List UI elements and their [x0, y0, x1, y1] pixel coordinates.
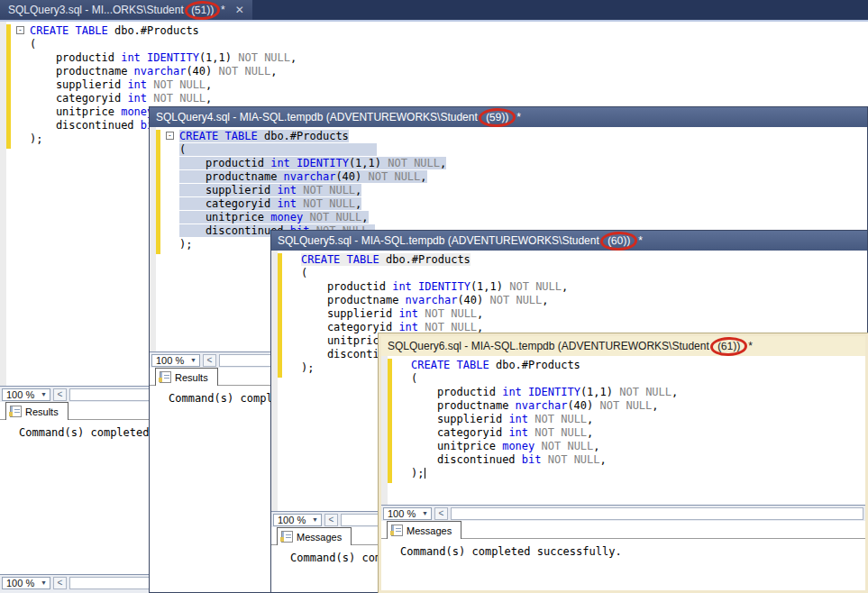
code-line: unitprice money NOT NULL,: [411, 440, 865, 453]
code-line: productid int IDENTITY(1,1) NOT NULL,: [30, 51, 868, 65]
messages-tab[interactable]: Messages: [387, 521, 461, 539]
fold-toggle-icon[interactable]: -: [16, 26, 24, 34]
results-message: Command(s) completed successfully.: [381, 539, 865, 558]
code-line: CREATE TABLE dbo.#Products-: [179, 130, 867, 143]
chevron-down-icon: ▼: [190, 357, 196, 363]
annotation-circle-59: (59)): [478, 107, 516, 127]
document-tab-sqlquery3[interactable]: SQLQuery3.sql - MI...ORKS\Student (51))*…: [0, 0, 252, 20]
dirty-indicator: *: [638, 234, 643, 247]
change-tracking-bar: [6, 24, 11, 149]
chevron-down-icon: ▼: [312, 516, 318, 523]
code-line: productid int IDENTITY(1,1) NOT NULL,: [179, 157, 867, 170]
editor-gutter: [271, 251, 278, 511]
code-line: supplierid int NOT NULL,: [179, 184, 867, 197]
code-line: categoryid int NOT NULL,: [30, 92, 868, 105]
window-titlebar[interactable]: SQLQuery4.sql - MIA-SQL.tempdb (ADVENTUR…: [150, 107, 867, 127]
chevron-down-icon: ▼: [41, 391, 47, 397]
editor-gutter: [381, 356, 388, 505]
annotation-circle-51: (51)): [184, 0, 220, 20]
messages-tab[interactable]: Messages: [277, 527, 352, 545]
chevron-down-icon: ▼: [41, 579, 47, 586]
sql-code: CREATE TABLE dbo.#Products( productid in…: [411, 356, 865, 480]
code-line: supplierid int NOT NULL,: [301, 307, 867, 321]
window-title: SQLQuery6.sql - MIA-SQL.tempdb (ADVENTUR…: [388, 340, 709, 352]
results-pane: Command(s) completed successfully.: [381, 539, 865, 590]
h-scrollbar-left-button[interactable]: <: [53, 388, 67, 401]
annotation-circle-60: (60)): [599, 231, 637, 251]
messages-icon: [281, 531, 293, 543]
code-line: productname nvarchar(40) NOT NULL,: [411, 399, 865, 413]
h-scrollbar-left-button[interactable]: <: [53, 577, 67, 589]
code-line: productid int IDENTITY(1,1) NOT NULL,: [301, 280, 867, 294]
code-line: (: [411, 372, 865, 386]
code-line: categoryid int NOT NULL,: [411, 426, 865, 440]
query-window-sqlquery6: SQLQuery6.sql - MIA-SQL.tempdb (ADVENTUR…: [379, 333, 868, 593]
code-line: );: [411, 467, 865, 480]
zoom-level-dropdown[interactable]: 100 %▼: [151, 354, 200, 367]
code-line: supplierid int NOT NULL,: [411, 413, 865, 426]
editor-statusbar: 100 %▼ <: [381, 505, 865, 521]
code-line: CREATE TABLE dbo.#Products-: [30, 24, 868, 38]
code-line: productname nvarchar(40) NOT NULL,: [179, 170, 867, 184]
results-tab-bar: Messages: [381, 521, 865, 539]
zoom-level-dropdown[interactable]: 100 %▼: [383, 507, 432, 520]
code-line: CREATE TABLE dbo.#Products: [411, 359, 865, 372]
results-grid-icon: [10, 406, 22, 417]
results-grid-icon: [160, 371, 171, 383]
close-icon[interactable]: ✕: [235, 4, 244, 16]
code-line: CREATE TABLE dbo.#Products: [301, 253, 867, 267]
code-line: supplierid int NOT NULL,: [30, 78, 868, 92]
text-caret: [425, 468, 425, 479]
code-line: categoryid int NOT NULL,: [301, 321, 867, 334]
code-line: unitprice money NOT NULL,: [179, 211, 867, 224]
window-titlebar[interactable]: SQLQuery6.sql - MIA-SQL.tempdb (ADVENTUR…: [381, 336, 865, 356]
dirty-indicator: *: [748, 340, 753, 352]
window-title: SQLQuery5.sql - MIA-SQL.tempdb (ADVENTUR…: [278, 234, 599, 247]
code-line: discontinued bit NOT NULL,: [411, 453, 865, 467]
annotation-circle-61: (61)): [709, 336, 747, 356]
code-line: (: [179, 143, 867, 157]
code-editor[interactable]: CREATE TABLE dbo.#Products( productid in…: [381, 356, 865, 505]
change-tracking-bar: [156, 130, 160, 254]
tab-title: SQLQuery3.sql - MI...ORKS\Student: [8, 4, 184, 16]
window-title: SQLQuery4.sql - MIA-SQL.tempdb (ADVENTUR…: [156, 111, 478, 123]
code-line: productname nvarchar(40) NOT NULL,: [30, 65, 868, 78]
change-tracking-bar: [278, 253, 282, 378]
code-line: (: [301, 267, 867, 280]
dirty-indicator: *: [221, 4, 225, 16]
zoom-level-dropdown[interactable]: 100 %▼: [273, 514, 322, 526]
editor-gutter: [150, 127, 156, 351]
messages-icon: [391, 525, 403, 536]
ssms-mdi-area: SQLQuery3.sql - MI...ORKS\Student (51))*…: [0, 0, 868, 593]
code-line: productname nvarchar(40) NOT NULL,: [301, 294, 867, 307]
fold-toggle-icon[interactable]: -: [166, 132, 174, 140]
code-line: productid int IDENTITY(1,1) NOT NULL,: [411, 386, 865, 399]
h-scrollbar-left-button[interactable]: <: [324, 514, 338, 526]
h-scrollbar-left-button[interactable]: <: [434, 507, 448, 520]
zoom-level-dropdown[interactable]: 100 %▼: [2, 388, 50, 401]
results-tab[interactable]: Results: [5, 402, 69, 420]
editor-gutter: [0, 22, 6, 386]
document-tab-strip: SQLQuery3.sql - MI...ORKS\Student (51))*…: [0, 0, 868, 20]
dirty-indicator: *: [516, 111, 521, 123]
results-tab[interactable]: Results: [155, 368, 218, 386]
window-titlebar[interactable]: SQLQuery5.sql - MIA-SQL.tempdb (ADVENTUR…: [271, 231, 867, 251]
chevron-down-icon: ▼: [422, 510, 428, 516]
zoom-level-dropdown[interactable]: 100 %▼: [2, 577, 50, 589]
code-line: categoryid int NOT NULL,: [179, 197, 867, 211]
code-line: (: [30, 38, 868, 51]
change-tracking-bar: [388, 359, 392, 483]
h-scrollbar-left-button[interactable]: <: [203, 354, 216, 367]
h-scrollbar-track[interactable]: [451, 507, 863, 520]
